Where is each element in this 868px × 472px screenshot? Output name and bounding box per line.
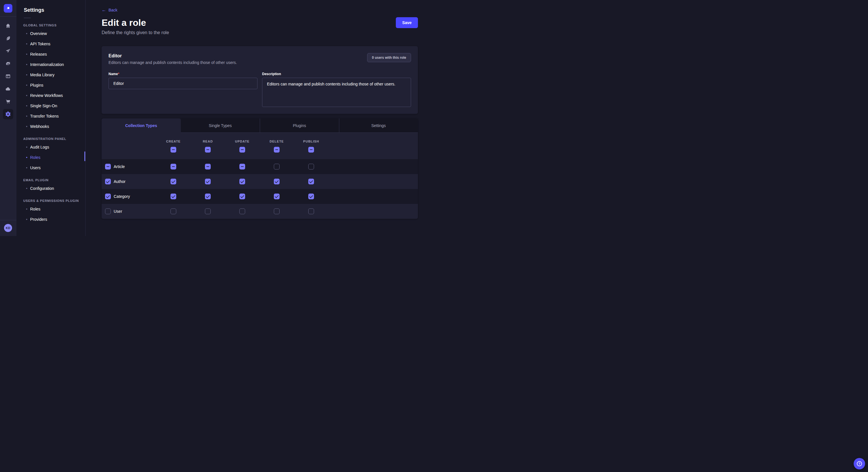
sidebar-item-providers[interactable]: Providers xyxy=(17,214,85,225)
releases-icon[interactable] xyxy=(3,46,13,56)
sidebar-item-releases[interactable]: Releases xyxy=(17,49,85,59)
tab-single-types[interactable]: Single Types xyxy=(181,119,260,133)
bullet-icon xyxy=(26,105,27,106)
role-description-text: Editors can manage and publish contents … xyxy=(108,60,237,65)
bullet-icon xyxy=(26,146,27,148)
sidebar-item-audit-logs[interactable]: Audit Logs xyxy=(17,142,85,152)
sidebar-item-label: Audit Logs xyxy=(30,145,49,149)
select-all-delete-checkbox[interactable] xyxy=(274,147,280,153)
select-all-update-checkbox[interactable] xyxy=(239,147,245,153)
bullet-icon xyxy=(26,219,27,220)
back-arrow-icon: ← xyxy=(102,8,106,12)
sidebar-item-plugins[interactable]: Plugins xyxy=(17,80,85,90)
role-details-card: Editor Editors can manage and publish co… xyxy=(102,46,418,114)
sidebar-item-label: Users xyxy=(30,165,41,170)
sidebar-item-label: API Tokens xyxy=(30,42,51,46)
article-read-checkbox[interactable] xyxy=(205,164,211,169)
content-type-builder-icon[interactable] xyxy=(3,71,13,81)
user-read-checkbox[interactable] xyxy=(205,208,211,214)
page-subtitle: Define the rights given to the role xyxy=(102,30,418,36)
back-label: Back xyxy=(108,8,117,12)
sidebar-item-label: Media Library xyxy=(30,72,55,77)
name-input[interactable]: Editor xyxy=(108,78,257,89)
table-row-article: Article xyxy=(102,159,418,174)
tab-settings[interactable]: Settings xyxy=(339,119,418,133)
sidebar-item-label: Webhooks xyxy=(30,124,49,129)
workspace-logo[interactable] xyxy=(0,0,16,16)
select-all-publish-checkbox[interactable] xyxy=(308,147,314,153)
category-create-checkbox[interactable] xyxy=(170,194,176,199)
deploy-cloud-icon[interactable] xyxy=(3,84,13,94)
sidebar-item-roles-active[interactable]: Roles xyxy=(17,152,85,163)
author-create-checkbox[interactable] xyxy=(170,179,176,184)
sidebar-item-api-tokens[interactable]: API Tokens xyxy=(17,39,85,49)
bullet-icon xyxy=(26,188,27,189)
sidebar-item-review-workflows[interactable]: Review Workflows xyxy=(17,90,85,101)
sidebar-item-label: Overview xyxy=(30,31,47,36)
user-avatar[interactable]: KD xyxy=(4,224,12,232)
sidebar-item-single-sign-on[interactable]: Single Sign-On xyxy=(17,101,85,111)
category-read-checkbox[interactable] xyxy=(205,194,211,199)
sidebar-item-overview[interactable]: Overview xyxy=(17,28,85,39)
back-link[interactable]: ← Back xyxy=(102,8,117,12)
marketplace-cart-icon[interactable] xyxy=(3,96,13,107)
sidebar-item-internationalization[interactable]: Internationalization xyxy=(17,59,85,70)
sidebar-item-webhooks[interactable]: Webhooks xyxy=(17,121,85,132)
row-select-checkbox[interactable] xyxy=(105,179,111,184)
bullet-icon xyxy=(26,95,27,96)
content-type-name: Author xyxy=(114,179,125,184)
content-manager-icon[interactable] xyxy=(3,33,13,43)
content-type-name: Category xyxy=(114,194,130,199)
article-publish-checkbox[interactable] xyxy=(308,164,314,169)
user-create-checkbox[interactable] xyxy=(170,208,176,214)
select-all-create-checkbox[interactable] xyxy=(170,147,176,153)
bullet-icon xyxy=(26,85,27,86)
active-item-indicator xyxy=(84,151,85,161)
sidebar-item-users[interactable]: Users xyxy=(17,163,85,173)
bullet-icon xyxy=(26,43,27,44)
column-header-read: READ xyxy=(203,140,213,143)
bullet-icon xyxy=(26,126,27,127)
media-library-icon[interactable] xyxy=(3,59,13,69)
category-publish-checkbox[interactable] xyxy=(308,194,314,199)
column-header-delete: DELETE xyxy=(270,140,284,143)
sidebar-item-configuration[interactable]: Configuration xyxy=(17,183,85,194)
author-read-checkbox[interactable] xyxy=(205,179,211,184)
article-delete-checkbox[interactable] xyxy=(274,164,280,169)
save-button[interactable]: Save xyxy=(396,17,418,28)
users-with-role-button[interactable]: 0 users with this role xyxy=(367,53,411,62)
home-icon[interactable] xyxy=(3,21,13,31)
settings-gear-icon[interactable] xyxy=(3,109,13,119)
user-publish-checkbox[interactable] xyxy=(308,208,314,214)
user-delete-checkbox[interactable] xyxy=(274,208,280,214)
column-header-publish: PUBLISH xyxy=(303,140,319,143)
settings-subnav: Settings GLOBAL SETTINGS Overview API To… xyxy=(17,0,86,236)
category-delete-checkbox[interactable] xyxy=(274,194,280,199)
article-update-checkbox[interactable] xyxy=(239,164,245,169)
sidebar-item-up-roles[interactable]: Roles xyxy=(17,204,85,214)
bullet-icon xyxy=(26,64,27,65)
article-create-checkbox[interactable] xyxy=(170,164,176,169)
table-row-user: User xyxy=(102,204,418,219)
row-select-checkbox[interactable] xyxy=(105,194,111,199)
sidebar-item-transfer-tokens[interactable]: Transfer Tokens xyxy=(17,111,85,121)
bullet-icon xyxy=(26,33,27,34)
category-update-checkbox[interactable] xyxy=(239,194,245,199)
author-update-checkbox[interactable] xyxy=(239,179,245,184)
user-update-checkbox[interactable] xyxy=(239,208,245,214)
row-select-checkbox[interactable] xyxy=(105,208,111,214)
content-type-name: Article xyxy=(114,164,125,169)
sidebar-item-media-library[interactable]: Media Library xyxy=(17,70,85,80)
author-delete-checkbox[interactable] xyxy=(274,179,280,184)
bullet-icon xyxy=(26,74,27,75)
row-select-checkbox[interactable] xyxy=(105,164,111,169)
main-nav-rail: KD xyxy=(0,0,17,236)
tab-collection-types[interactable]: Collection Types xyxy=(102,119,181,133)
tab-plugins[interactable]: Plugins xyxy=(260,119,339,133)
bullet-icon xyxy=(26,167,27,168)
description-textarea[interactable]: Editors can manage and publish contents … xyxy=(262,78,411,107)
author-publish-checkbox[interactable] xyxy=(308,179,314,184)
main-content: ← Back Edit a role Save Define the right… xyxy=(86,0,434,236)
section-users-permissions-plugin: USERS & PERMISSIONS PLUGIN xyxy=(17,199,85,203)
select-all-read-checkbox[interactable] xyxy=(205,147,211,153)
